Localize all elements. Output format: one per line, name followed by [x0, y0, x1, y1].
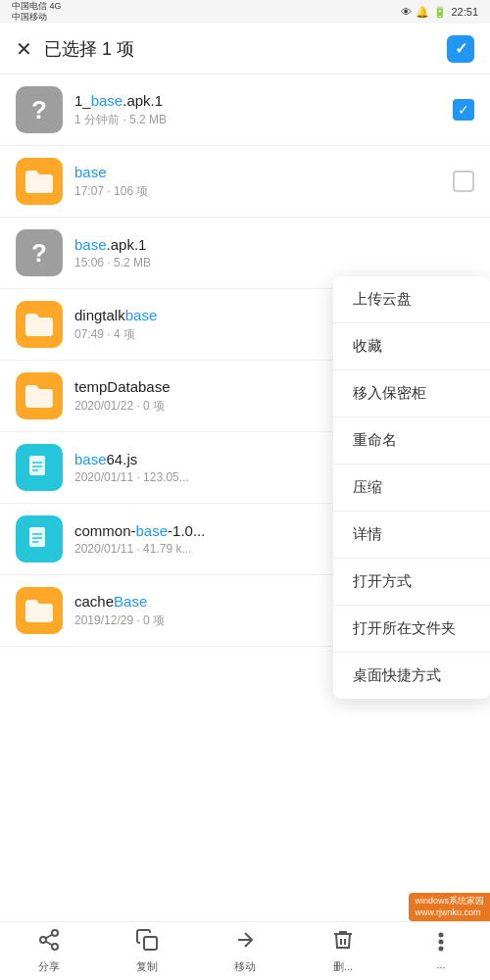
- svg-line-11: [46, 942, 53, 946]
- time: 22:51: [451, 6, 478, 18]
- watermark: windows系统家园 www.rjwnku.com: [409, 893, 490, 921]
- share-button[interactable]: 分享: [0, 928, 98, 974]
- header: ✕ 已选择 1 项: [0, 24, 490, 74]
- menu-upload-cloud[interactable]: 上传云盘: [333, 276, 490, 323]
- menu-vault[interactable]: 移入保密柜: [333, 370, 490, 417]
- file-name: base: [74, 164, 445, 180]
- more-icon: [429, 930, 453, 959]
- move-label: 移动: [234, 959, 256, 974]
- delete-label: 删...: [333, 959, 353, 974]
- svg-point-15: [440, 940, 443, 943]
- select-all-button[interactable]: [447, 35, 474, 63]
- menu-compress[interactable]: 压缩: [333, 465, 490, 512]
- move-icon: [233, 928, 257, 957]
- carrier-info: 中国电信 4G 中国移动: [12, 1, 62, 23]
- menu-shortcut[interactable]: 桌面快捷方式: [333, 653, 490, 699]
- file-list: ? 1_base.apk.1 1 分钟前 · 5.2 MB ✓ base 17:…: [0, 74, 490, 706]
- status-right: 👁 🔔 🔋 22:51: [401, 6, 478, 19]
- copy-label: 复制: [136, 959, 158, 974]
- file-meta: 17:07 · 106 项: [74, 183, 445, 200]
- copy-button[interactable]: 复制: [98, 928, 196, 974]
- folder-icon: [16, 372, 63, 419]
- bell-icon: 🔔: [416, 6, 429, 19]
- more-button[interactable]: ···: [392, 930, 490, 973]
- list-item[interactable]: ? 1_base.apk.1 1 分钟前 · 5.2 MB ✓: [0, 74, 490, 146]
- svg-point-8: [52, 930, 58, 936]
- svg-rect-4: [29, 527, 45, 547]
- copy-icon: [135, 928, 159, 957]
- svg-rect-13: [144, 937, 157, 950]
- svg-point-16: [440, 947, 443, 950]
- list-item[interactable]: base 17:07 · 106 项: [0, 146, 490, 218]
- file-info: 1_base.apk.1 1 分钟前 · 5.2 MB: [74, 92, 445, 128]
- context-menu: 上传云盘 收藏 移入保密柜 重命名 压缩 详情 打开方式 打开所在文件夹 桌面快…: [333, 276, 490, 699]
- file-checkbox[interactable]: ✓: [453, 99, 474, 121]
- menu-open-folder[interactable]: 打开所在文件夹: [333, 606, 490, 653]
- file-info: base.apk.1 15:06 · 5.2 MB: [74, 236, 474, 270]
- menu-open-with[interactable]: 打开方式: [333, 559, 490, 606]
- delete-icon: [331, 928, 355, 957]
- file-name: base.apk.1: [74, 236, 474, 253]
- folder-icon: [16, 301, 63, 348]
- folder-icon: [16, 158, 63, 205]
- menu-details[interactable]: 详情: [333, 512, 490, 559]
- svg-point-14: [440, 933, 443, 936]
- svg-line-12: [46, 935, 53, 939]
- folder-icon: [16, 587, 63, 634]
- bottom-toolbar: 分享 复制 移动 删... ···: [0, 921, 490, 980]
- svg-point-9: [40, 937, 46, 943]
- doc-icon: [16, 444, 63, 491]
- svg-point-10: [52, 944, 58, 950]
- file-checkbox[interactable]: [453, 171, 474, 192]
- eye-icon: 👁: [401, 6, 412, 18]
- list-item[interactable]: ? base.apk.1 15:06 · 5.2 MB 上传云盘 收藏 移入保密…: [0, 218, 490, 289]
- menu-favorite[interactable]: 收藏: [333, 323, 490, 370]
- share-label: 分享: [38, 959, 60, 974]
- status-bar: 中国电信 4G 中国移动 👁 🔔 🔋 22:51: [0, 0, 490, 24]
- header-title: 已选择 1 项: [44, 37, 447, 61]
- menu-rename[interactable]: 重命名: [333, 417, 490, 465]
- battery-icon: 🔋: [433, 6, 447, 19]
- delete-button[interactable]: 删...: [294, 928, 392, 974]
- more-label: ···: [436, 961, 445, 973]
- file-meta: 1 分钟前 · 5.2 MB: [74, 112, 445, 128]
- move-button[interactable]: 移动: [196, 928, 294, 974]
- file-info: base 17:07 · 106 项: [74, 164, 445, 200]
- apk-icon: ?: [16, 86, 63, 133]
- close-button[interactable]: ✕: [16, 37, 32, 61]
- file-meta: 15:06 · 5.2 MB: [74, 256, 474, 270]
- share-icon: [37, 928, 61, 957]
- file-name: 1_base.apk.1: [74, 92, 445, 109]
- svg-rect-0: [29, 456, 45, 475]
- apk-icon: ?: [16, 229, 63, 276]
- doc-icon: [16, 515, 63, 563]
